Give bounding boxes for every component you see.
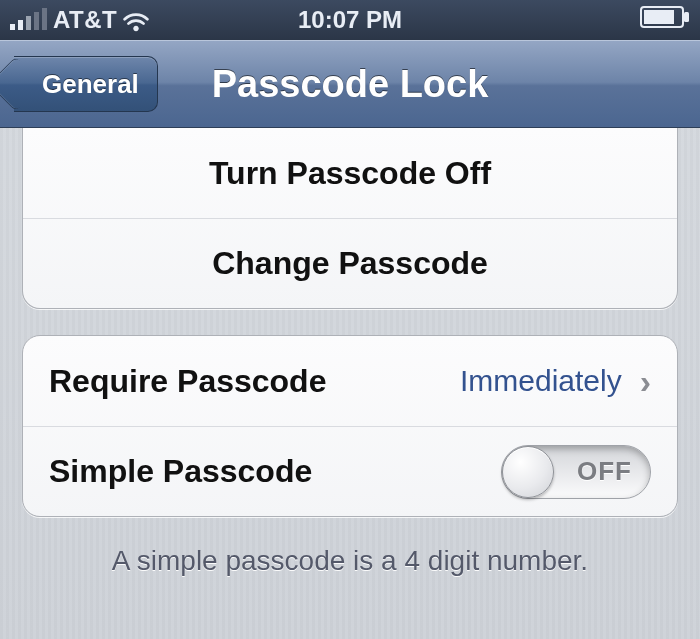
back-button[interactable]: General — [14, 56, 158, 112]
settings-content: Turn Passcode Off Change Passcode Requir… — [0, 128, 700, 577]
passcode-options-group: Require Passcode Immediately › Simple Pa… — [22, 335, 678, 517]
simple-passcode-cell: Simple Passcode OFF — [23, 426, 677, 516]
turn-passcode-off-cell[interactable]: Turn Passcode Off — [23, 128, 677, 218]
require-passcode-cell[interactable]: Require Passcode Immediately › — [23, 336, 677, 426]
require-passcode-value: Immediately — [460, 364, 622, 398]
status-right — [350, 6, 690, 34]
wifi-icon — [123, 10, 149, 30]
status-bar: AT&T 10:07 PM — [0, 0, 700, 40]
svg-rect-1 — [684, 12, 689, 22]
footer-hint: A simple passcode is a 4 digit number. — [22, 545, 678, 577]
toggle-state-label: OFF — [577, 456, 632, 487]
change-passcode-cell[interactable]: Change Passcode — [23, 218, 677, 308]
signal-strength-icon — [10, 10, 47, 30]
svg-rect-2 — [644, 10, 674, 24]
status-left: AT&T — [10, 6, 350, 34]
carrier-label: AT&T — [53, 6, 117, 34]
passcode-actions-group: Turn Passcode Off Change Passcode — [22, 128, 678, 309]
battery-icon — [640, 6, 690, 34]
change-passcode-label: Change Passcode — [212, 245, 488, 282]
simple-passcode-toggle[interactable]: OFF — [501, 445, 651, 499]
simple-passcode-label: Simple Passcode — [49, 453, 501, 490]
back-button-label: General — [42, 69, 139, 100]
chevron-right-icon: › — [640, 362, 651, 401]
nav-bar: General Passcode Lock — [0, 40, 700, 128]
toggle-knob — [502, 446, 554, 498]
turn-passcode-off-label: Turn Passcode Off — [209, 155, 491, 192]
require-passcode-label: Require Passcode — [49, 363, 460, 400]
